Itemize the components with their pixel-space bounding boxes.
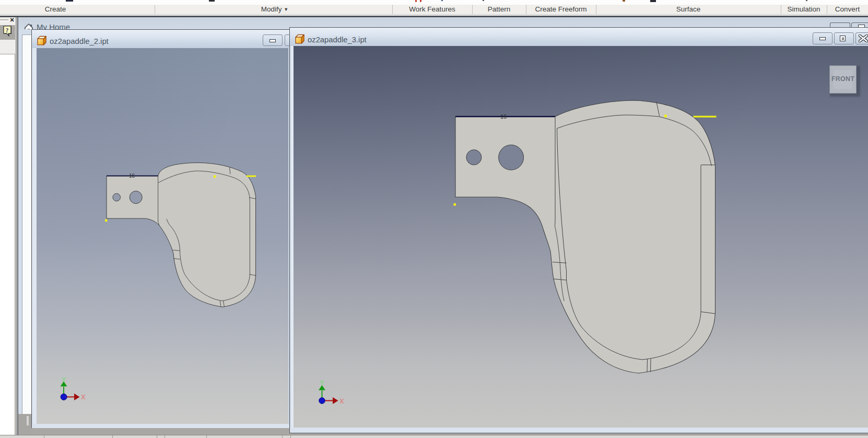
svg-text:16: 16 [500,113,507,120]
svg-text:16: 16 [129,173,135,179]
svg-text:?: ? [6,27,9,34]
svg-text:X: X [339,397,344,405]
svg-text:X: X [81,393,86,401]
